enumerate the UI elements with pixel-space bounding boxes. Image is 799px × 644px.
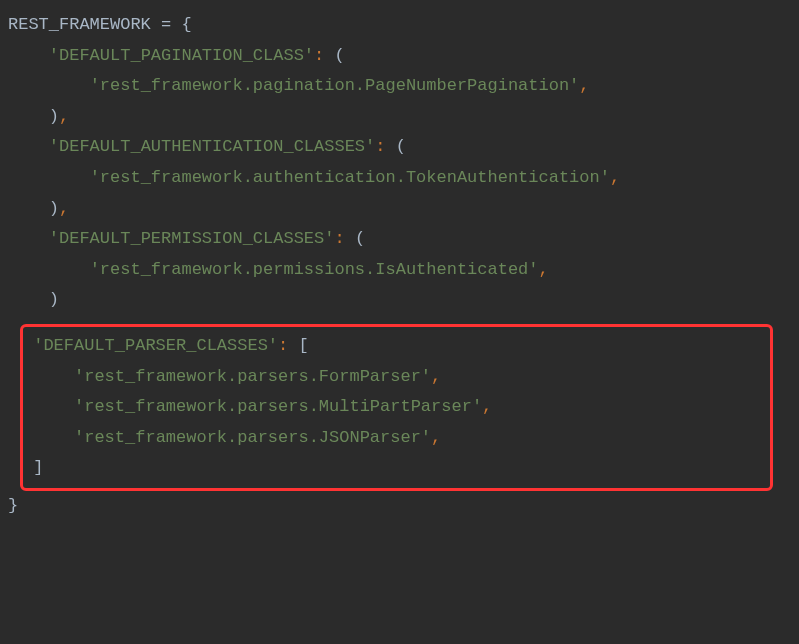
entry-3-value-1: 'rest_framework.parsers.MultiPartParser'… — [23, 392, 770, 423]
colon: : — [278, 336, 298, 355]
entry-1-value-line: 'rest_framework.authentication.TokenAuth… — [8, 163, 791, 194]
close-bracket: ] — [33, 458, 43, 477]
close-paren: ) — [49, 107, 59, 126]
entry-0-key-line: 'DEFAULT_PAGINATION_CLASS': ( — [8, 41, 791, 72]
comma: , — [431, 428, 441, 447]
close-paren: ) — [49, 199, 59, 218]
entry-0-close-line: ), — [8, 102, 791, 133]
comma: , — [59, 199, 69, 218]
dict-key: 'DEFAULT_PAGINATION_CLASS' — [49, 46, 314, 65]
entry-1-close-line: ), — [8, 194, 791, 225]
dict-key: 'DEFAULT_PERMISSION_CLASSES' — [49, 229, 335, 248]
code-close-line: } — [8, 491, 791, 522]
code-line-0: REST_FRAMEWORK = { — [8, 10, 791, 41]
entry-3-value-2: 'rest_framework.parsers.JSONParser', — [23, 423, 770, 454]
open-paren: ( — [396, 137, 406, 156]
colon: : — [334, 229, 354, 248]
string-value: 'rest_framework.parsers.JSONParser' — [74, 428, 431, 447]
string-value: 'rest_framework.permissions.IsAuthentica… — [90, 260, 539, 279]
entry-2-close-line: ) — [8, 285, 791, 316]
entry-2-key-line: 'DEFAULT_PERMISSION_CLASSES': ( — [8, 224, 791, 255]
comma: , — [579, 76, 589, 95]
colon: : — [314, 46, 334, 65]
comma: , — [431, 367, 441, 386]
comma: , — [59, 107, 69, 126]
dict-key: 'DEFAULT_AUTHENTICATION_CLASSES' — [49, 137, 375, 156]
entry-3-value-0: 'rest_framework.parsers.FormParser', — [23, 362, 770, 393]
entry-0-value-line: 'rest_framework.pagination.PageNumberPag… — [8, 71, 791, 102]
string-value: 'rest_framework.pagination.PageNumberPag… — [90, 76, 580, 95]
entry-2-value-line: 'rest_framework.permissions.IsAuthentica… — [8, 255, 791, 286]
comma: , — [539, 260, 549, 279]
assign-operator: = — [151, 15, 182, 34]
dict-key: 'DEFAULT_PARSER_CLASSES' — [33, 336, 278, 355]
entry-3-close-line: ] — [23, 453, 770, 484]
string-value: 'rest_framework.parsers.FormParser' — [74, 367, 431, 386]
string-value: 'rest_framework.parsers.MultiPartParser' — [74, 397, 482, 416]
open-paren: ( — [334, 46, 344, 65]
entry-3-key-line: 'DEFAULT_PARSER_CLASSES': [ — [23, 331, 770, 362]
string-value: 'rest_framework.authentication.TokenAuth… — [90, 168, 610, 187]
open-paren: ( — [355, 229, 365, 248]
comma: , — [482, 397, 492, 416]
colon: : — [375, 137, 395, 156]
open-brace: { — [181, 15, 191, 34]
close-brace: } — [8, 496, 18, 515]
open-bracket: [ — [298, 336, 308, 355]
comma: , — [610, 168, 620, 187]
close-paren: ) — [49, 290, 59, 309]
variable-name: REST_FRAMEWORK — [8, 15, 151, 34]
entry-1-key-line: 'DEFAULT_AUTHENTICATION_CLASSES': ( — [8, 132, 791, 163]
highlighted-section: 'DEFAULT_PARSER_CLASSES': [ 'rest_framew… — [20, 324, 773, 491]
